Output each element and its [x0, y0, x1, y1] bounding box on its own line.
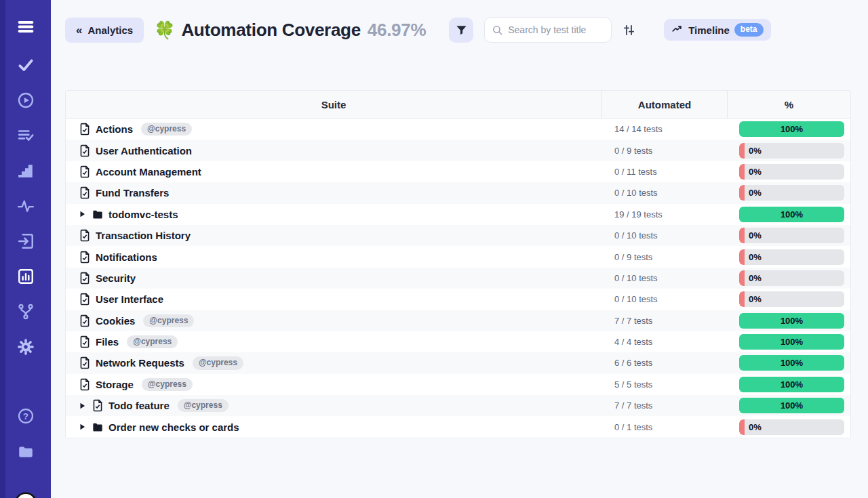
sidebar-nav: ?	[17, 56, 35, 478]
percent-bar: 0%	[739, 143, 844, 159]
table-row[interactable]: todomvc-tests 19 / 19 tests 100%	[66, 204, 850, 225]
table-header: Suite Automated %	[66, 91, 850, 119]
table-row[interactable]: Network Requests @cypress 6 / 6 tests 10…	[66, 352, 850, 373]
percent-cell: 0%	[727, 228, 850, 243]
percent-bar: 0%	[739, 249, 844, 265]
folder-icon	[92, 422, 103, 432]
suite-cell: todomvc-tests	[66, 209, 601, 220]
suite-cell: Notifications	[66, 251, 601, 264]
file-icon	[79, 335, 90, 348]
suite-name[interactable]: Cookies	[96, 315, 135, 327]
file-icon	[79, 251, 90, 264]
search-box[interactable]	[484, 17, 612, 43]
hamburger-menu-icon[interactable]	[17, 18, 35, 35]
analytics-back-button[interactable]: « Analytics	[65, 18, 144, 43]
suite-name[interactable]: Account Management	[96, 166, 201, 178]
suite-name[interactable]: todomvc-tests	[108, 209, 178, 220]
suite-name[interactable]: User Interface	[96, 293, 163, 305]
table-row[interactable]: Security 0 / 10 tests 0%	[66, 268, 850, 289]
automated-count: 14 / 14 tests	[601, 124, 727, 134]
percent-label: 100%	[781, 209, 803, 220]
table-row[interactable]: User Interface 0 / 10 tests 0%	[66, 289, 850, 310]
table-row[interactable]: Notifications 0 / 9 tests 0%	[66, 246, 850, 267]
file-icon	[79, 144, 90, 157]
table-row[interactable]: Transaction History 0 / 10 tests 0%	[66, 225, 850, 246]
percent-label: 0%	[749, 273, 762, 283]
suite-name[interactable]: Storage	[96, 379, 134, 390]
sidebar-item-help[interactable]: ?	[17, 407, 35, 425]
sidebar-item-test-plans[interactable]	[17, 127, 35, 144]
expand-caret-icon[interactable]	[79, 423, 85, 430]
clover-emoji: 🍀	[154, 20, 175, 40]
sidebar-item-pulse[interactable]	[17, 197, 35, 215]
expand-caret-icon[interactable]	[79, 402, 85, 409]
table-row[interactable]: Cookies @cypress 7 / 7 tests 100%	[66, 310, 850, 331]
table-row[interactable]: Account Management 0 / 11 tests 0%	[66, 161, 850, 182]
suite-name[interactable]: Transaction History	[96, 230, 191, 241]
sidebar-item-branches[interactable]	[17, 303, 35, 320]
suite-name[interactable]: Security	[96, 272, 136, 284]
suite-name[interactable]: Order new checks or cards	[108, 421, 239, 433]
sidebar-item-steps[interactable]	[17, 162, 35, 180]
suite-name[interactable]: Notifications	[96, 251, 157, 263]
suite-name[interactable]: Fund Transfers	[96, 187, 169, 199]
percent-bar: 0%	[739, 270, 844, 286]
automated-count: 5 / 5 tests	[601, 379, 727, 390]
sidebar-item-analytics[interactable]	[17, 268, 35, 285]
percent-label: 100%	[781, 379, 803, 390]
suite-cell: Todo feature @cypress	[66, 399, 601, 412]
automated-count: 7 / 7 tests	[601, 316, 727, 326]
suite-cell: Storage @cypress	[66, 378, 601, 391]
table-row[interactable]: Todo feature @cypress 7 / 7 tests 100%	[66, 395, 850, 416]
table-row[interactable]: Storage @cypress 5 / 5 tests 100%	[66, 374, 850, 395]
suite-cell: Network Requests @cypress	[66, 356, 601, 369]
suite-cell: Transaction History	[66, 229, 601, 242]
automated-count: 0 / 10 tests	[601, 294, 727, 304]
zero-marker	[739, 228, 745, 243]
table-row[interactable]: Files @cypress 4 / 4 tests 100%	[66, 331, 850, 352]
sidebar-item-tests[interactable]	[17, 56, 35, 74]
adjustments-button[interactable]	[622, 23, 636, 37]
expand-caret-icon[interactable]	[79, 211, 85, 217]
timeline-label: Timeline	[688, 24, 730, 36]
table-row[interactable]: User Authentication 0 / 9 tests 0%	[66, 140, 850, 161]
percent-cell: 100%	[727, 207, 850, 222]
search-icon	[492, 24, 503, 36]
zero-marker	[739, 249, 745, 265]
search-input[interactable]	[508, 24, 603, 35]
file-icon	[79, 165, 90, 178]
automated-count: 0 / 9 tests	[601, 146, 727, 156]
suite-cell: Account Management	[66, 165, 601, 178]
suite-name[interactable]: User Authentication	[96, 145, 192, 157]
table-row[interactable]: Order new checks or cards 0 / 1 tests 0%	[66, 416, 850, 437]
sidebar-item-projects[interactable]	[17, 442, 35, 460]
percent-cell: 100%	[727, 377, 850, 392]
automated-count: 0 / 11 tests	[601, 167, 727, 177]
folder-icon	[92, 209, 103, 220]
automated-count: 4 / 4 tests	[601, 337, 727, 347]
automated-count: 7 / 7 tests	[601, 400, 727, 411]
file-icon	[92, 399, 103, 412]
suite-name[interactable]: Files	[96, 336, 119, 348]
coverage-table: Suite Automated % Actions @cypress 14 / …	[65, 90, 851, 438]
suite-tag: @cypress	[127, 335, 178, 348]
suite-name[interactable]: Todo feature	[108, 400, 170, 411]
file-icon	[79, 229, 90, 242]
svg-text:?: ?	[22, 411, 28, 421]
percent-bar: 100%	[739, 207, 844, 222]
testomat-logo[interactable]	[14, 491, 38, 498]
sidebar-item-settings[interactable]	[17, 338, 35, 356]
suite-tag: @cypress	[141, 123, 192, 136]
file-icon	[79, 293, 90, 306]
sidebar-item-runs[interactable]	[17, 91, 35, 109]
suite-name[interactable]: Network Requests	[96, 357, 184, 369]
suite-name[interactable]: Actions	[96, 123, 133, 135]
table-row[interactable]: Fund Transfers 0 / 10 tests 0%	[66, 182, 850, 203]
percent-cell: 0%	[727, 270, 850, 286]
table-row[interactable]: Actions @cypress 14 / 14 tests 100%	[66, 119, 850, 140]
column-header-suite: Suite	[66, 91, 601, 118]
timeline-button[interactable]: Timeline beta	[664, 19, 770, 41]
sidebar-item-import[interactable]	[17, 232, 35, 250]
coverage-percentage: 46.97%	[368, 20, 426, 41]
filter-button[interactable]	[449, 18, 473, 43]
